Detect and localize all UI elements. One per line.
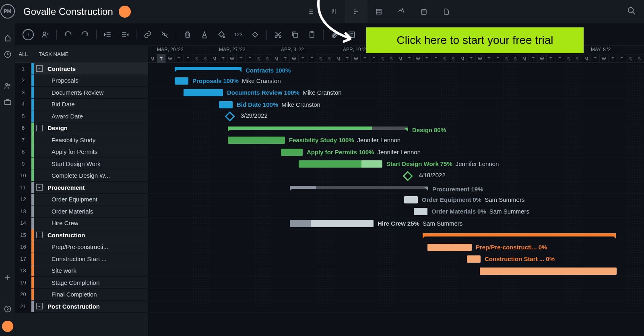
task-row[interactable]: 13Order Materials	[15, 205, 148, 218]
task-row[interactable]: 18Site work	[15, 265, 148, 277]
board-view-tab[interactable]	[322, 0, 345, 23]
add-icon[interactable]	[3, 273, 12, 282]
task-name: Construction Start ...	[34, 255, 148, 262]
task-row[interactable]: 15−Construction	[15, 229, 148, 241]
attach-button[interactable]	[329, 29, 341, 40]
unlink-button[interactable]	[159, 29, 170, 40]
svg-point-8	[628, 8, 634, 13]
task-row[interactable]: 16Prep/Pre-constructi...	[15, 241, 148, 253]
search-icon[interactable]	[627, 6, 636, 17]
gantt-bar[interactable]: Contracts100%	[175, 67, 242, 70]
gantt-bar[interactable]: Start Design Work75%Jennifer Lennon	[299, 160, 382, 168]
task-row[interactable]: 8Apply for Permits	[15, 146, 148, 158]
cta-banner[interactable]: Click here to start your free trial	[366, 27, 584, 53]
gantt-bar[interactable]: Order Materials0%Sam Summers	[414, 208, 427, 215]
clock-icon[interactable]	[3, 50, 12, 59]
delete-button[interactable]	[182, 29, 193, 40]
help-icon[interactable]	[3, 305, 12, 313]
outdent-button[interactable]	[102, 29, 114, 40]
note-button[interactable]	[346, 29, 357, 40]
briefcase-icon[interactable]	[3, 97, 12, 106]
gantt-bar[interactable]: Prep/Pre-constructi...0%	[427, 244, 472, 251]
project-avatar-icon[interactable]	[119, 6, 131, 18]
collapse-toggle[interactable]: −	[36, 125, 43, 131]
task-row[interactable]: 1−Contracts	[15, 63, 148, 75]
row-number: 12	[15, 194, 31, 205]
gantt-bar[interactable]: Documents Review100%Mike Cranston	[184, 89, 223, 96]
fill-button[interactable]	[216, 29, 227, 40]
task-row[interactable]: 10Complete Design W...	[15, 170, 148, 182]
cut-button[interactable]	[272, 29, 284, 40]
milestone-marker[interactable]	[402, 171, 413, 181]
task-row[interactable]: 19Stage Completion	[15, 277, 148, 289]
collapse-toggle[interactable]: −	[36, 303, 43, 309]
logo-icon[interactable]: PM	[0, 4, 15, 19]
gantt-bar[interactable]: Construction Start ...0%	[467, 255, 481, 263]
task-row[interactable]: 6−Design	[15, 122, 148, 135]
files-view-tab[interactable]	[435, 0, 458, 23]
list-view-tab[interactable]	[300, 0, 322, 23]
gantt-bar[interactable]: Hire Crew25%Sam Summers	[290, 220, 374, 227]
milestone-button[interactable]	[250, 29, 261, 40]
task-row[interactable]: 12Order Equipment	[15, 194, 148, 206]
task-row[interactable]: 20Final Completion	[15, 289, 148, 301]
gantt-bar[interactable]: Order Equipment0%Sam Summers	[404, 196, 418, 203]
day-label: T	[175, 54, 184, 63]
gantt-bar[interactable]: Bid Date100%Mike Cranston	[219, 101, 233, 108]
gantt-row: Procurement19%	[148, 182, 644, 194]
add-task-button[interactable]: +	[23, 29, 34, 40]
calendar-view-tab[interactable]	[413, 0, 435, 23]
paste-button[interactable]	[306, 29, 318, 40]
day-label: M	[148, 54, 157, 63]
gantt-bar[interactable]: Proposals100%Mike Cranston	[175, 77, 188, 85]
sheet-view-tab[interactable]	[367, 0, 390, 23]
day-label: W	[352, 54, 361, 63]
task-row[interactable]: 7Feasibility Study	[15, 134, 148, 146]
copy-button[interactable]	[289, 29, 301, 40]
task-name: Prep/Pre-constructi...	[34, 243, 148, 250]
task-row[interactable]: 4Bid Date	[15, 99, 148, 111]
milestone-marker[interactable]	[225, 111, 235, 121]
gantt-bar[interactable]: Apply for Permits100%Jennifer Lennon	[281, 149, 303, 156]
user-avatar-icon[interactable]	[2, 321, 13, 332]
collapse-toggle[interactable]: −	[36, 184, 43, 191]
collapse-toggle[interactable]: −	[36, 65, 43, 72]
svg-rect-6	[376, 9, 381, 14]
task-row[interactable]: 5Award Date	[15, 110, 148, 122]
indent-button[interactable]	[119, 29, 130, 40]
task-row[interactable]: 14Hire Crew	[15, 218, 148, 230]
task-name: Construction	[45, 232, 148, 239]
task-name: Hire Crew	[34, 220, 148, 226]
number-button[interactable]: 123	[233, 29, 244, 40]
task-row[interactable]: 2Proposals	[15, 75, 148, 87]
gantt-bar[interactable]: Procurement19%	[290, 186, 428, 189]
row-number: 13	[15, 205, 31, 217]
col-all[interactable]: ALL	[15, 51, 31, 57]
task-row[interactable]: 3Documents Review	[15, 87, 148, 99]
task-name: Stage Completion	[34, 279, 148, 286]
task-name: Bid Date	[34, 101, 148, 108]
svg-point-5	[7, 311, 8, 311]
gantt-bar[interactable]	[480, 268, 617, 275]
link-button[interactable]	[142, 29, 153, 40]
gantt-chart[interactable]: MAR, 20 '22MAR, 27 '22APR, 3 '22APR, 10 …	[148, 46, 644, 336]
team-icon[interactable]	[3, 81, 12, 90]
assign-button[interactable]	[39, 29, 51, 40]
collapse-toggle[interactable]: −	[36, 232, 43, 238]
dashboard-view-tab[interactable]	[390, 0, 413, 23]
task-row[interactable]: 9Start Design Work	[15, 158, 148, 170]
text-style-button[interactable]	[199, 29, 210, 40]
home-icon[interactable]	[3, 34, 12, 43]
gantt-view-tab[interactable]	[345, 0, 367, 23]
gantt-bar[interactable]: Design80%	[228, 127, 408, 130]
gantt-bar[interactable]: Feasibility Study100%Jennifer Lennon	[228, 137, 285, 144]
day-label: S	[564, 54, 573, 63]
row-number: 2	[15, 75, 31, 87]
redo-button[interactable]	[79, 29, 91, 40]
task-row[interactable]: 17Construction Start ...	[15, 253, 148, 265]
task-row[interactable]: 11−Procurement	[15, 182, 148, 194]
gantt-bar[interactable]	[423, 233, 616, 236]
task-row[interactable]: 21−Post Construction	[15, 301, 148, 313]
col-task-name[interactable]: TASK NAME	[35, 51, 148, 57]
undo-button[interactable]	[62, 29, 74, 40]
